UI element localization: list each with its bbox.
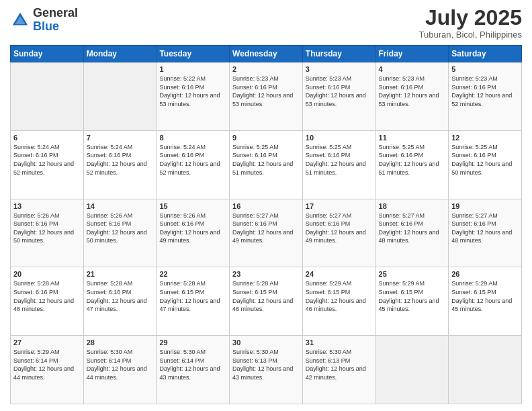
day-cell: 30Sunrise: 5:30 AM Sunset: 6:13 PM Dayli…: [230, 336, 303, 404]
day-cell: 2Sunrise: 5:23 AM Sunset: 6:16 PM Daylig…: [230, 62, 303, 131]
day-cell: 26Sunrise: 5:29 AM Sunset: 6:15 PM Dayli…: [449, 267, 522, 336]
day-number: 13: [13, 202, 81, 210]
day-number: 26: [451, 270, 519, 278]
day-number: 27: [13, 338, 81, 347]
day-cell: 25Sunrise: 5:29 AM Sunset: 6:15 PM Dayli…: [375, 267, 449, 336]
page-header: General Blue July 2025 Tuburan, Bicol, P…: [10, 7, 522, 40]
day-cell: 7Sunrise: 5:24 AM Sunset: 6:16 PM Daylig…: [83, 130, 157, 199]
day-number: 17: [306, 202, 373, 210]
day-cell: 23Sunrise: 5:28 AM Sunset: 6:15 PM Dayli…: [230, 267, 303, 336]
day-cell: 17Sunrise: 5:27 AM Sunset: 6:16 PM Dayli…: [302, 199, 375, 267]
week-row-1: 1Sunrise: 5:22 AM Sunset: 6:16 PM Daylig…: [11, 62, 522, 131]
day-info: Sunrise: 5:27 AM Sunset: 6:16 PM Dayligh…: [306, 212, 373, 245]
day-info: Sunrise: 5:27 AM Sunset: 6:16 PM Dayligh…: [232, 212, 300, 245]
day-info: Sunrise: 5:29 AM Sunset: 6:15 PM Dayligh…: [379, 279, 446, 313]
calendar-header-row: SundayMondayTuesdayWednesdayThursdayFrid…: [11, 46, 522, 62]
day-cell: 14Sunrise: 5:26 AM Sunset: 6:16 PM Dayli…: [83, 199, 157, 267]
week-row-3: 13Sunrise: 5:26 AM Sunset: 6:16 PM Dayli…: [11, 199, 522, 267]
month-year: July 2025: [419, 7, 522, 28]
day-cell: 5Sunrise: 5:23 AM Sunset: 6:16 PM Daylig…: [449, 62, 522, 131]
day-info: Sunrise: 5:26 AM Sunset: 6:16 PM Dayligh…: [87, 212, 154, 245]
logo: General Blue: [10, 7, 78, 34]
day-cell: 4Sunrise: 5:23 AM Sunset: 6:16 PM Daylig…: [375, 62, 449, 131]
day-number: 21: [87, 270, 154, 278]
day-number: 14: [87, 202, 154, 210]
day-cell: 27Sunrise: 5:29 AM Sunset: 6:14 PM Dayli…: [11, 336, 84, 404]
day-number: 23: [232, 270, 300, 278]
day-number: 31: [306, 338, 373, 347]
day-number: 24: [306, 270, 373, 278]
day-number: 15: [159, 202, 226, 210]
day-info: Sunrise: 5:29 AM Sunset: 6:15 PM Dayligh…: [306, 279, 373, 313]
day-cell: 24Sunrise: 5:29 AM Sunset: 6:15 PM Dayli…: [302, 267, 375, 336]
day-number: 4: [379, 65, 446, 73]
day-info: Sunrise: 5:24 AM Sunset: 6:16 PM Dayligh…: [87, 143, 154, 177]
day-info: Sunrise: 5:25 AM Sunset: 6:16 PM Dayligh…: [232, 143, 300, 177]
day-number: 1: [159, 65, 226, 73]
day-info: Sunrise: 5:27 AM Sunset: 6:16 PM Dayligh…: [379, 212, 446, 245]
day-cell: 29Sunrise: 5:30 AM Sunset: 6:14 PM Dayli…: [157, 336, 230, 404]
day-cell: 31Sunrise: 5:30 AM Sunset: 6:13 PM Dayli…: [302, 336, 375, 404]
day-cell: [11, 62, 84, 131]
day-number: 12: [451, 134, 519, 142]
day-info: Sunrise: 5:23 AM Sunset: 6:16 PM Dayligh…: [306, 75, 373, 108]
day-info: Sunrise: 5:25 AM Sunset: 6:16 PM Dayligh…: [379, 143, 446, 177]
day-info: Sunrise: 5:26 AM Sunset: 6:16 PM Dayligh…: [13, 212, 81, 245]
day-number: 11: [379, 134, 446, 142]
day-info: Sunrise: 5:30 AM Sunset: 6:14 PM Dayligh…: [159, 348, 226, 381]
day-cell: 8Sunrise: 5:24 AM Sunset: 6:16 PM Daylig…: [157, 130, 230, 199]
day-number: 7: [87, 134, 154, 142]
day-cell: 19Sunrise: 5:27 AM Sunset: 6:16 PM Dayli…: [449, 199, 522, 267]
day-info: Sunrise: 5:23 AM Sunset: 6:16 PM Dayligh…: [379, 75, 446, 108]
day-info: Sunrise: 5:29 AM Sunset: 6:15 PM Dayligh…: [451, 279, 519, 313]
day-number: 10: [306, 134, 373, 142]
week-row-5: 27Sunrise: 5:29 AM Sunset: 6:14 PM Dayli…: [11, 336, 522, 404]
day-cell: 10Sunrise: 5:25 AM Sunset: 6:16 PM Dayli…: [302, 130, 375, 199]
day-number: 19: [451, 202, 519, 210]
calendar: SundayMondayTuesdayWednesdayThursdayFrid…: [10, 45, 522, 404]
day-cell: 12Sunrise: 5:25 AM Sunset: 6:16 PM Dayli…: [449, 130, 522, 199]
day-cell: 28Sunrise: 5:30 AM Sunset: 6:14 PM Dayli…: [83, 336, 157, 404]
day-info: Sunrise: 5:24 AM Sunset: 6:16 PM Dayligh…: [159, 143, 226, 177]
day-info: Sunrise: 5:25 AM Sunset: 6:16 PM Dayligh…: [451, 143, 519, 177]
day-info: Sunrise: 5:28 AM Sunset: 6:15 PM Dayligh…: [232, 279, 300, 313]
day-number: 30: [232, 338, 300, 347]
day-number: 29: [159, 338, 226, 347]
logo-icon: [10, 10, 30, 30]
day-number: 3: [306, 65, 373, 73]
day-cell: 3Sunrise: 5:23 AM Sunset: 6:16 PM Daylig…: [302, 62, 375, 131]
day-number: 18: [379, 202, 446, 210]
day-cell: 11Sunrise: 5:25 AM Sunset: 6:16 PM Dayli…: [375, 130, 449, 199]
day-info: Sunrise: 5:30 AM Sunset: 6:14 PM Dayligh…: [87, 348, 154, 381]
day-number: 8: [159, 134, 226, 142]
day-info: Sunrise: 5:23 AM Sunset: 6:16 PM Dayligh…: [451, 75, 519, 108]
day-number: 2: [232, 65, 300, 73]
day-number: 22: [159, 270, 226, 278]
day-header-friday: Friday: [375, 46, 449, 62]
day-header-tuesday: Tuesday: [157, 46, 230, 62]
week-row-4: 20Sunrise: 5:28 AM Sunset: 6:16 PM Dayli…: [11, 267, 522, 336]
day-number: 20: [13, 270, 81, 278]
day-number: 6: [13, 134, 81, 142]
day-cell: 16Sunrise: 5:27 AM Sunset: 6:16 PM Dayli…: [230, 199, 303, 267]
day-info: Sunrise: 5:30 AM Sunset: 6:13 PM Dayligh…: [232, 348, 300, 381]
day-cell: [449, 336, 522, 404]
day-info: Sunrise: 5:24 AM Sunset: 6:16 PM Dayligh…: [13, 143, 81, 177]
day-number: 25: [379, 270, 446, 278]
location: Tuburan, Bicol, Philippines: [419, 30, 522, 40]
day-cell: 20Sunrise: 5:28 AM Sunset: 6:16 PM Dayli…: [11, 267, 84, 336]
day-header-sunday: Sunday: [11, 46, 84, 62]
day-cell: 13Sunrise: 5:26 AM Sunset: 6:16 PM Dayli…: [11, 199, 84, 267]
day-cell: 9Sunrise: 5:25 AM Sunset: 6:16 PM Daylig…: [230, 130, 303, 199]
day-number: 16: [232, 202, 300, 210]
day-header-wednesday: Wednesday: [230, 46, 303, 62]
day-info: Sunrise: 5:26 AM Sunset: 6:16 PM Dayligh…: [159, 212, 226, 245]
day-info: Sunrise: 5:22 AM Sunset: 6:16 PM Dayligh…: [159, 75, 226, 108]
day-info: Sunrise: 5:28 AM Sunset: 6:16 PM Dayligh…: [87, 279, 154, 313]
day-header-thursday: Thursday: [302, 46, 375, 62]
day-cell: 1Sunrise: 5:22 AM Sunset: 6:16 PM Daylig…: [157, 62, 230, 131]
day-info: Sunrise: 5:27 AM Sunset: 6:16 PM Dayligh…: [451, 212, 519, 245]
day-info: Sunrise: 5:28 AM Sunset: 6:15 PM Dayligh…: [159, 279, 226, 313]
day-cell: 6Sunrise: 5:24 AM Sunset: 6:16 PM Daylig…: [11, 130, 84, 199]
day-number: 28: [87, 338, 154, 347]
